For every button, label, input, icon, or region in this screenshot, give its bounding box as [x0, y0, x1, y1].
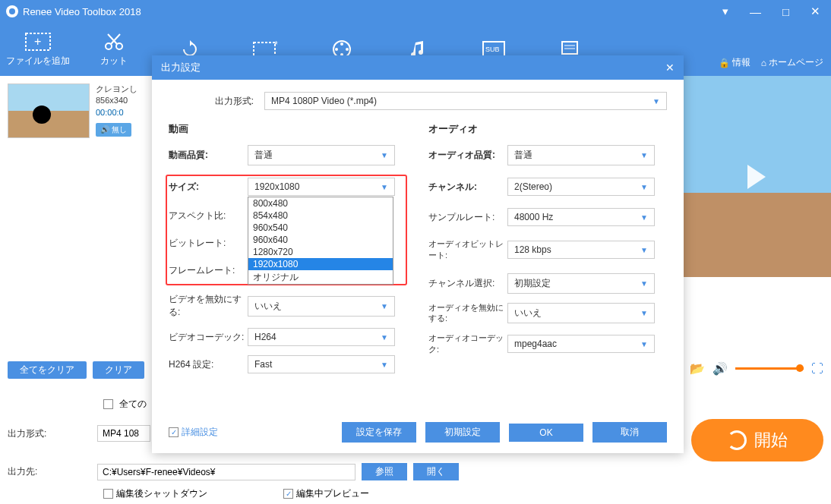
svg-text:+: +: [34, 35, 41, 48]
info-link[interactable]: 🔒情報: [719, 56, 750, 69]
channel-select-label: チャンネル選択:: [428, 277, 507, 290]
video-quality-dropdown[interactable]: 普通▼: [248, 145, 395, 165]
output-format-dropdown[interactable]: MP4 1080P Video (*.mp4) ▼: [264, 92, 667, 110]
audio-disable-dropdown[interactable]: いいえ▼: [507, 303, 655, 323]
audio-settings-column: オーディオ オーディオ品質: 普通▼ チャンネル: 2(Stereo)▼ サンプ…: [428, 122, 667, 383]
start-button[interactable]: 開始: [691, 419, 823, 461]
chevron-down-icon: ▼: [640, 183, 648, 191]
svg-point-2: [106, 43, 112, 49]
save-settings-button[interactable]: 設定を保存: [342, 422, 416, 443]
dialog-footer: ✓詳細設定 設定を保存 初期設定 OK 取消: [152, 422, 684, 443]
svg-point-3: [116, 43, 122, 49]
cancel-button[interactable]: 取消: [592, 422, 667, 443]
dropdown-icon[interactable]: ▾: [718, 3, 733, 20]
video-disable-label: ビデオを無効にする:: [169, 293, 248, 319]
channel-dropdown[interactable]: 2(Stereo)▼: [507, 178, 655, 196]
advanced-settings-checkbox[interactable]: ✓詳細設定: [169, 426, 218, 439]
sample-rate-dropdown[interactable]: 48000 Hz▼: [507, 208, 655, 226]
home-icon: ⌂: [761, 58, 766, 68]
size-label: サイズ:: [169, 181, 248, 194]
maximize-button[interactable]: □: [778, 4, 794, 20]
video-codec-label: ビデオコーデック:: [169, 331, 248, 344]
dialog-title: 出力設定: [161, 61, 665, 74]
app-title: Renee Video Toolbox 2018: [23, 6, 718, 17]
output-format-input[interactable]: [97, 425, 150, 442]
chevron-down-icon: ▼: [652, 97, 660, 106]
chevron-down-icon: ▼: [640, 213, 648, 222]
clip-resolution: 856x340: [96, 95, 137, 106]
play-overlay-icon[interactable]: [747, 165, 766, 189]
add-file-button[interactable]: + ファイルを追加: [0, 32, 76, 68]
home-link[interactable]: ⌂ホームページ: [761, 56, 823, 69]
chevron-down-icon: ▼: [640, 151, 648, 159]
chevron-down-icon: ▼: [381, 333, 388, 342]
size-option-selected[interactable]: 1920x1080: [248, 258, 393, 270]
clip-name: クレヨンし: [96, 83, 137, 95]
chevron-down-icon: ▼: [640, 309, 648, 317]
clip-mute-button[interactable]: 🔊 無し: [96, 123, 131, 137]
size-dropdown[interactable]: 1920x1080▼: [248, 178, 395, 196]
output-format-value: MP4 1080P Video (*.mp4): [271, 96, 377, 106]
shutdown-checkbox[interactable]: [103, 489, 113, 499]
output-format-label: 出力形式:: [201, 95, 254, 108]
shutdown-label: 編集後シャットダウン: [116, 487, 207, 500]
size-option[interactable]: 960x640: [248, 234, 393, 246]
output-format-label: 出力形式:: [8, 427, 91, 440]
video-settings-column: 動画 動画品質: 普通▼ サイズ: 1920x1080▼ 800x480 854…: [169, 122, 407, 383]
size-option[interactable]: 854x480: [248, 209, 393, 222]
svg-text:*: *: [274, 40, 278, 50]
chevron-down-icon: ▼: [381, 361, 388, 369]
size-option[interactable]: 800x480: [248, 197, 393, 209]
size-option[interactable]: オリジナル: [248, 270, 393, 285]
chevron-down-icon: ▼: [381, 151, 388, 159]
clear-button[interactable]: クリア: [93, 361, 144, 379]
bitrate-label: ビットレート:: [169, 237, 248, 250]
clip-time: 00:00:0: [96, 107, 137, 118]
preview-checkbox[interactable]: ✓: [283, 489, 293, 499]
open-button[interactable]: 開く: [413, 463, 459, 480]
channel-select-dropdown[interactable]: 初期設定▼: [507, 273, 655, 294]
close-button[interactable]: ✕: [806, 3, 825, 20]
all-checkbox[interactable]: [103, 399, 113, 409]
preview-label: 編集中プレビュー: [296, 487, 369, 500]
channel-label: チャンネル:: [428, 181, 507, 194]
video-codec-dropdown[interactable]: H264▼: [248, 328, 395, 346]
tool-label: カット: [100, 55, 128, 68]
h264-dropdown[interactable]: Fast▼: [248, 355, 395, 373]
size-option[interactable]: 1280x720: [248, 246, 393, 258]
dialog-header: 出力設定 ✕: [152, 55, 684, 80]
clip-item[interactable]: クレヨンし 856x340 00:00:0 🔊 無し: [8, 83, 144, 138]
audio-quality-dropdown[interactable]: 普通▼: [507, 145, 655, 165]
bottom-flags-row: 編集後シャットダウン ✓編集中プレビュー: [8, 487, 823, 500]
svg-rect-15: [562, 42, 577, 54]
chevron-down-icon: ▼: [640, 279, 648, 288]
reset-settings-button[interactable]: 初期設定: [425, 422, 500, 443]
size-option[interactable]: 960x540: [248, 222, 393, 234]
audio-heading: オーディオ: [428, 122, 667, 136]
preview-frame: [682, 76, 831, 277]
output-dest-row: 出力先: 参照 開く: [8, 463, 823, 480]
output-settings-dialog: 出力設定 ✕ 出力形式: MP4 1080P Video (*.mp4) ▼ 動…: [152, 55, 684, 453]
size-options-list[interactable]: 800x480 854x480 960x540 960x640 1280x720…: [248, 197, 393, 285]
dialog-close-button[interactable]: ✕: [665, 61, 675, 74]
svg-point-12: [335, 48, 338, 51]
cut-button[interactable]: カット: [76, 32, 152, 68]
chevron-down-icon: ▼: [640, 340, 648, 348]
cut-icon: [100, 32, 128, 52]
minimize-button[interactable]: —: [745, 4, 766, 20]
all-checkbox-label: 全ての: [119, 398, 147, 411]
audio-bitrate-dropdown[interactable]: 128 kbps▼: [507, 241, 655, 259]
svg-point-9: [340, 43, 343, 46]
video-preview: [682, 76, 831, 277]
output-dest-input[interactable]: [97, 464, 355, 480]
h264-label: H264 設定:: [169, 358, 248, 371]
clear-all-button[interactable]: 全てをクリア: [8, 361, 87, 379]
svg-text:SUB: SUB: [485, 46, 500, 53]
audio-bitrate-label: オーディオビットレート:: [428, 238, 507, 261]
audio-disable-label: オーディオを無効にする:: [428, 303, 507, 323]
audio-codec-dropdown[interactable]: mpeg4aac▼: [507, 335, 655, 353]
video-disable-dropdown[interactable]: いいえ▼: [248, 296, 395, 317]
audio-quality-label: オーディオ品質:: [428, 149, 507, 162]
ok-button[interactable]: OK: [509, 424, 583, 442]
browse-button[interactable]: 参照: [362, 463, 407, 480]
